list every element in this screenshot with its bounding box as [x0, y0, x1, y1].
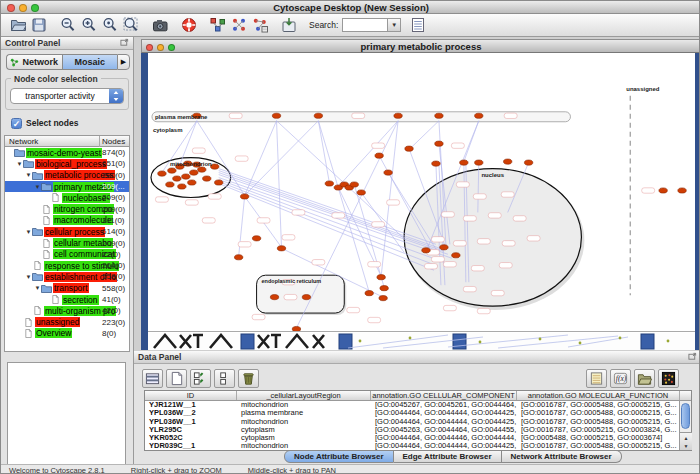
tree-item-biological-process[interactable]: ▼biological_process651(0) [5, 158, 129, 169]
search-dropdown-button[interactable]: ▼ [388, 18, 401, 32]
minimize-button[interactable] [19, 4, 27, 12]
tab-edge-attribute-browser[interactable]: Edge Attribute Browser [394, 450, 502, 463]
tab-node-attribute-browser[interactable]: Node Attribute Browser [284, 450, 394, 463]
expand-arrow-icon[interactable]: ▼ [25, 274, 32, 280]
open-button[interactable] [7, 15, 28, 35]
tree-item-cellular-process[interactable]: ▼cellular process614(0) [5, 226, 129, 237]
control-panel-header: Control Panel [1, 37, 133, 50]
tree-column-nodes[interactable]: Nodes [102, 137, 125, 146]
attribute-matrix-button[interactable] [658, 369, 679, 388]
help-button[interactable] [178, 15, 199, 35]
save-button[interactable] [28, 15, 49, 35]
tree-item-secretion[interactable]: secretion41(0) [5, 294, 129, 305]
float-data-panel-icon[interactable] [688, 352, 697, 363]
expand-arrow-icon[interactable]: ▼ [25, 172, 32, 178]
tab-mosaic[interactable]: Mosaic [62, 54, 118, 70]
edge [338, 121, 398, 187]
close-button[interactable] [7, 4, 15, 12]
zoom-in-button[interactable] [78, 15, 99, 35]
graph-node [252, 236, 260, 241]
table-cell: YPL036W__1 [145, 418, 237, 426]
table-cell: [GO:0016787, GO:0005488, GO:0005215, G..… [517, 409, 680, 417]
column-header-1[interactable]: _cellularLayoutRegion [237, 391, 371, 400]
network-minimize-button[interactable] [157, 44, 164, 51]
app-titlebar[interactable]: Cytoscape Desktop (New Session) [1, 1, 700, 14]
maximize-button[interactable] [31, 4, 39, 12]
search-input[interactable] [342, 18, 388, 32]
tree-item-multi-organism-pro[interactable]: multi-organism pro42(0) [5, 305, 129, 316]
tree-item-node-count: 209(0) [102, 193, 125, 202]
column-header-2[interactable]: annotation.GO CELLULAR_COMPONENT [371, 391, 517, 400]
graph-node [475, 160, 483, 165]
tree-item-nitrogen-compo[interactable]: nitrogen compo209(0) [5, 203, 129, 214]
unselect-attributes-button[interactable] [214, 369, 235, 388]
network-close-button[interactable] [146, 44, 153, 51]
expand-arrow-icon[interactable]: ▼ [34, 285, 41, 291]
tree-item-response-to-stimulu[interactable]: response to stimulu264(0) [5, 260, 129, 271]
tree-item-cell-communicat[interactable]: cell communicat22(0) [5, 249, 129, 260]
zoom-fit-button[interactable] [120, 15, 141, 35]
attribute-editor-button[interactable] [586, 369, 607, 388]
tree-item-label: transport [53, 283, 89, 293]
edge [245, 121, 277, 196]
expand-arrow-icon[interactable]: ▼ [34, 184, 41, 190]
filter-button[interactable] [249, 15, 270, 35]
node-label [372, 143, 385, 148]
network-canvas[interactable]: plasma membranecytoplasmmitochondrionnuc… [148, 53, 695, 332]
table-row-YJR121W__1[interactable]: YJR121W__1mitochondrion[GO:0045267, GO:0… [145, 401, 691, 409]
scrollbar-arrows[interactable]: ▲▼ [680, 432, 692, 450]
create-view-button[interactable] [207, 15, 228, 35]
tree-item-cellular-metabo[interactable]: cellular metabo209(0) [5, 237, 129, 248]
tree-item-establishment-of-lo[interactable]: ▼establishment of lo558(0) [5, 271, 129, 282]
cytoscape-app-window: Cytoscape Desktop (New Session) Search: … [0, 0, 700, 474]
tab-network-attribute-browser[interactable]: Network Attribute Browser [502, 450, 622, 463]
network-window-titlebar[interactable]: primary metabolic process [141, 39, 700, 53]
column-header-0[interactable]: ID [145, 391, 237, 400]
network-maximize-button[interactable] [168, 44, 175, 51]
expand-arrow-icon[interactable]: ▼ [16, 161, 23, 167]
table-row-YKR052C[interactable]: YKR052Ccytoplasm[GO:0044464, GO:0044446,… [145, 434, 691, 442]
more-tabs-button[interactable]: ▶ [117, 54, 130, 70]
select-nodes-checkbox[interactable]: ✓ [11, 118, 22, 129]
function-builder-button[interactable]: f(x) [610, 369, 631, 388]
tree-item-nucleobase-[interactable]: nucleobase-209(0) [5, 192, 129, 203]
column-header-3[interactable]: annotation.GO MOLECULAR_FUNCTION [517, 391, 680, 400]
vizmapper-button[interactable] [228, 15, 249, 35]
node-color-dropdown[interactable]: transporter activity [10, 88, 124, 104]
graph-node [178, 184, 186, 189]
graph-node [173, 176, 181, 181]
region-label-plasma_membrane: plasma membrane [155, 114, 208, 120]
zoom-out-button[interactable] [57, 15, 78, 35]
tree-item-unassigned[interactable]: unassigned223(0) [5, 316, 129, 327]
tree-item-metabolic-process[interactable]: ▼metabolic process280(0) [5, 170, 129, 181]
select-attributes-button[interactable] [190, 369, 211, 388]
scrollbar-thumb[interactable] [681, 403, 690, 429]
snapshot-button[interactable] [149, 15, 170, 35]
network-canvas-overflow-band[interactable] [148, 333, 695, 350]
plugin-import-button[interactable] [278, 15, 299, 35]
float-panel-icon[interactable] [120, 38, 129, 49]
table-row-YLR295C[interactable]: YLR295Ccytoplasm[GO:0045263, GO:0044464,… [145, 426, 691, 434]
table-row-YPL036W__2[interactable]: YPL036W__2plasma membrane[GO:0044464, GO… [145, 409, 691, 417]
tree-item-mosaic-demo-yeast[interactable]: mosaic-demo-yeast874(0) [5, 147, 129, 158]
delete-attribute-button[interactable] [238, 369, 259, 388]
tree-item-primary-metabo[interactable]: ▼primary metabo209(... [5, 181, 129, 192]
tree-item-overview[interactable]: Overview8(0) [5, 328, 129, 339]
table-scrollbar[interactable]: ▲▼ [679, 401, 691, 450]
tree-item-macromolecule[interactable]: macromolecule311(0) [5, 215, 129, 226]
new-attribute-button[interactable] [166, 369, 187, 388]
tab-network[interactable]: Network [6, 54, 62, 70]
table-row-YPL036W__1[interactable]: YPL036W__1mitochondrion[GO:0044464, GO:0… [145, 418, 691, 426]
tree-column-network[interactable]: Network [9, 137, 38, 146]
import-attributes-button[interactable] [634, 369, 655, 388]
attribute-browser-button[interactable] [407, 15, 428, 35]
edge [464, 121, 479, 162]
attribute-table-button[interactable] [142, 369, 163, 388]
expand-arrow-icon[interactable]: ▼ [25, 229, 32, 235]
zoom-selected-button[interactable] [99, 15, 120, 35]
tree-item-transport[interactable]: ▼transport558(0) [5, 283, 129, 294]
filter-icon [252, 17, 268, 33]
band-edge [383, 337, 483, 348]
graph-node [198, 167, 206, 172]
import-attributes-icon [637, 371, 652, 386]
